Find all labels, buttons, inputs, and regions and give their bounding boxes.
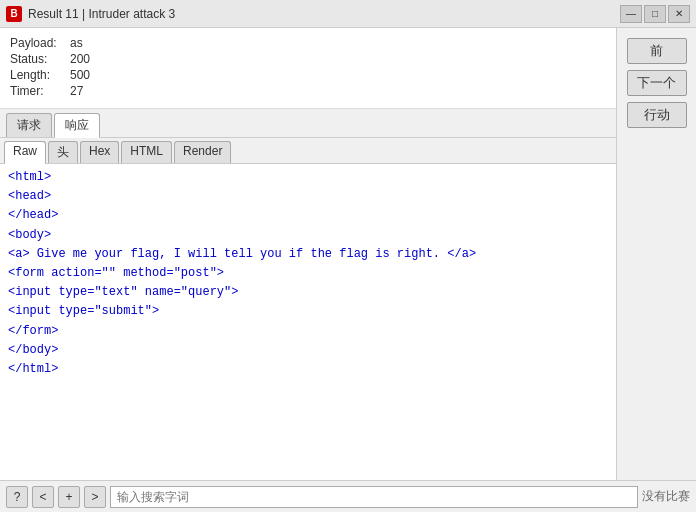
search-input[interactable] [110,486,638,508]
status-label: Status: [10,52,70,66]
title-bar-left: B Result 11 | Intruder attack 3 [6,6,175,22]
main-area: Payload: as Status: 200 Length: 500 Time… [0,28,696,480]
code-line: <form action="" method="post"> [8,264,608,283]
title-bar: B Result 11 | Intruder attack 3 — □ ✕ [0,0,696,28]
payload-value: as [70,36,83,50]
code-line: <input type="text" name="query"> [8,283,608,302]
code-line: <input type="submit"> [8,302,608,321]
payload-label: Payload: [10,36,70,50]
length-label: Length: [10,68,70,82]
tab-response[interactable]: 响应 [54,113,100,138]
title-controls: — □ ✕ [620,5,690,23]
tab-html[interactable]: HTML [121,141,172,163]
right-panel: 前 下一个 行动 [616,28,696,480]
close-button[interactable]: ✕ [668,5,690,23]
status-value: 200 [70,52,90,66]
next-button[interactable]: 下一个 [627,70,687,96]
action-button[interactable]: 行动 [627,102,687,128]
length-row: Length: 500 [10,68,606,82]
add-nav-button[interactable]: + [58,486,80,508]
outer-tab-bar: 请求 响应 [0,109,616,138]
timer-value: 27 [70,84,83,98]
code-line: <head> [8,187,608,206]
maximize-button[interactable]: □ [644,5,666,23]
inner-tab-bar: Raw 头 Hex HTML Render [0,138,616,164]
tab-raw[interactable]: Raw [4,141,46,164]
tab-head[interactable]: 头 [48,141,78,163]
left-panel: Payload: as Status: 200 Length: 500 Time… [0,28,616,480]
next-nav-button[interactable]: > [84,486,106,508]
payload-row: Payload: as [10,36,606,50]
help-button[interactable]: ? [6,486,28,508]
tab-hex[interactable]: Hex [80,141,119,163]
bottom-bar: ? < + > 没有比赛 [0,480,696,512]
prev-nav-button[interactable]: < [32,486,54,508]
prev-button[interactable]: 前 [627,38,687,64]
code-line: </head> [8,206,608,225]
code-line: <body> [8,226,608,245]
code-area[interactable]: <html><head></head><body><a> Give me you… [0,164,616,480]
code-line: </body> [8,341,608,360]
code-line: </form> [8,322,608,341]
status-text: 没有比赛 [642,488,690,505]
timer-label: Timer: [10,84,70,98]
tab-render[interactable]: Render [174,141,231,163]
status-row: Status: 200 [10,52,606,66]
timer-row: Timer: 27 [10,84,606,98]
tab-request[interactable]: 请求 [6,113,52,137]
info-section: Payload: as Status: 200 Length: 500 Time… [0,28,616,109]
length-value: 500 [70,68,90,82]
window-title: Result 11 | Intruder attack 3 [28,7,175,21]
code-line: <a> Give me your flag, I will tell you i… [8,245,608,264]
code-line: </html> [8,360,608,379]
code-line: <html> [8,168,608,187]
app-icon: B [6,6,22,22]
minimize-button[interactable]: — [620,5,642,23]
